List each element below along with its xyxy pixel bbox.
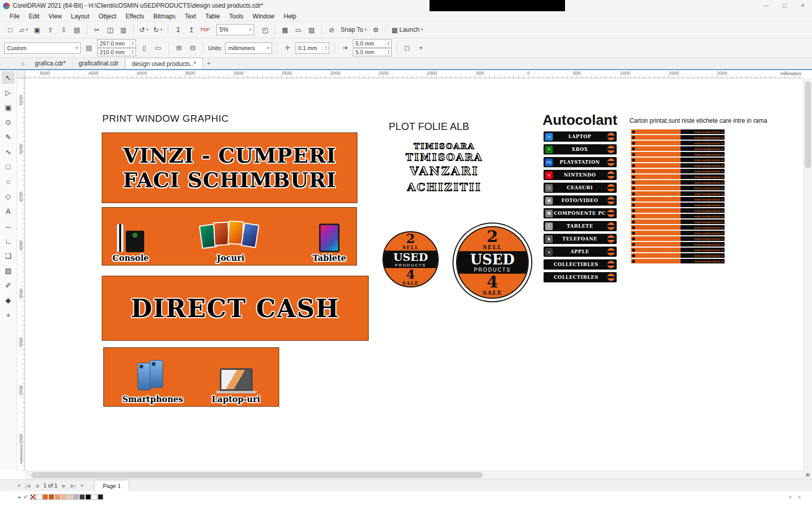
vertical-scrollbar-thumb[interactable] — [805, 81, 811, 168]
current-page-size-button[interactable]: ⊞ — [173, 42, 185, 54]
page-width-input[interactable]: 297.0 mm ▲▼ — [97, 39, 136, 48]
menu-tools[interactable]: Tools — [224, 12, 248, 21]
plot-text-group[interactable]: TIMISOARA TIMISOARA VANZARI ACHIZITII — [383, 142, 506, 193]
color-swatch[interactable] — [36, 494, 42, 500]
color-swatch[interactable] — [92, 494, 97, 500]
show-grid-button[interactable]: ▦ — [279, 24, 291, 36]
zoom-corner-icon[interactable]: ⊕ — [803, 471, 812, 479]
interactive-fill-tool[interactable]: ◆ — [2, 294, 15, 306]
rectangle-tool[interactable]: □ — [2, 160, 15, 173]
ruler-horizontal[interactable]: 5000450040003500300025002000150010005000… — [25, 70, 803, 78]
used-products-badge-large[interactable]: 2 SELL USED PRODUCTS 4 SALE — [456, 226, 529, 299]
color-swatch[interactable] — [30, 494, 36, 500]
save-button[interactable]: ▣ — [31, 24, 43, 36]
menu-file[interactable]: File — [5, 12, 24, 21]
sticker-strip[interactable]: www.usedproducts.ro — [631, 141, 725, 145]
add-page-button-secondary[interactable]: + — [80, 483, 83, 489]
sticker-strip[interactable]: www.usedproducts.ro — [631, 129, 725, 134]
snap-disable-button[interactable]: ⊘ — [325, 24, 337, 36]
duplicate-distance-y-input[interactable]: 5.0 mm ▲▼ — [353, 48, 392, 56]
page-height-input[interactable]: 210.0 mm ▲▼ — [97, 48, 136, 56]
direct-cash-banner[interactable]: DIRECT CASH — [102, 276, 369, 341]
copy-button[interactable]: ◫ — [104, 24, 117, 36]
spinner-arrows[interactable]: ▲▼ — [323, 43, 329, 53]
sticker-strip[interactable]: www.usedproducts.ro — [631, 158, 725, 162]
freehand-tool[interactable]: ✎ — [2, 130, 15, 143]
dimension-tool[interactable]: ↔ — [2, 219, 15, 232]
cut-button[interactable]: ✂ — [91, 24, 103, 36]
zoom-fit-button[interactable]: ◰ — [259, 24, 271, 36]
open-button[interactable]: ▱▾ — [17, 24, 30, 36]
sticker-strip[interactable]: www.usedproducts.ro — [631, 248, 725, 252]
document-tab-2[interactable]: graficafinal.cdr — [73, 58, 125, 69]
import-button[interactable]: ↧ — [172, 24, 184, 36]
document-tab-1[interactable]: grafica.cdr* — [29, 58, 73, 69]
menu-layout[interactable]: Layout — [66, 12, 94, 21]
landscape-orientation-button[interactable]: ▭ — [152, 42, 164, 54]
sticker-strip[interactable]: www.usedproducts.ro — [631, 231, 725, 235]
close-button[interactable]: ✕ — [794, 0, 812, 11]
color-swatch[interactable] — [98, 494, 103, 500]
category-label-laptop[interactable]: ▭LAPTOP — [544, 131, 617, 142]
ruler-vertical[interactable]: 55005000450040003500300025002000millimet… — [17, 78, 25, 471]
connector-tool[interactable]: ∟ — [2, 234, 15, 247]
menu-text[interactable]: Text — [180, 12, 200, 21]
palette-scroll-left-icon[interactable]: « — [789, 494, 792, 500]
previous-page-button[interactable]: ◀ — [35, 483, 39, 489]
transparency-tool[interactable]: ▨ — [2, 264, 15, 277]
print-button[interactable]: ▤ — [71, 24, 83, 36]
spinner-arrows[interactable]: ▲▼ — [385, 40, 391, 47]
horizontal-scrollbar[interactable] — [25, 471, 803, 479]
sticker-strip[interactable]: www.usedproducts.ro — [631, 169, 725, 173]
palette-scroll-right-icon[interactable]: » — [798, 494, 801, 500]
products-banner[interactable]: Console Jocuri Tablete — [102, 207, 357, 265]
category-label-nintendo[interactable]: NNINTENDO — [544, 170, 617, 180]
category-label-telefoane[interactable]: ▮TELEFOANE — [544, 234, 617, 244]
sync-button[interactable]: ⇩ — [58, 24, 70, 36]
ruler-origin-button[interactable] — [17, 70, 25, 78]
plot-folie-alb-heading[interactable]: PLOT FOLIE ALB — [389, 121, 469, 132]
treat-as-filled-button[interactable]: ◻ — [401, 42, 413, 54]
sticker-strip[interactable]: www.usedproducts.ro — [631, 186, 725, 190]
sticker-strip[interactable]: www.usedproducts.ro — [631, 225, 725, 230]
menu-table[interactable]: Table — [200, 12, 224, 21]
menu-view[interactable]: View — [44, 12, 66, 21]
menu-window[interactable]: Window — [248, 12, 279, 21]
category-label-tablete[interactable]: ▯TABLETE — [544, 221, 617, 231]
nudge-distance-input[interactable]: 0.1 mm ▲▼ — [296, 42, 329, 54]
undo-button[interactable]: ↺▾ — [138, 24, 150, 36]
sticker-strip[interactable]: www.usedproducts.ro — [631, 203, 725, 207]
sticker-strip[interactable]: www.usedproducts.ro — [631, 191, 725, 196]
palette-eyedropper-icon[interactable]: ✐ — [24, 494, 28, 500]
spinner-arrows[interactable]: ▲▼ — [129, 49, 136, 56]
used-products-badge-small[interactable]: 2 SELL USED PRODUCTS 4 SALE — [382, 231, 439, 287]
cloud-button[interactable]: ⇧ — [44, 24, 57, 36]
new-document-button[interactable]: □ — [4, 24, 16, 36]
color-swatch[interactable] — [55, 494, 60, 500]
add-page-button[interactable]: + — [17, 483, 20, 489]
options-button[interactable]: ⚙ — [370, 24, 382, 36]
maximize-button[interactable]: ▢ — [775, 0, 794, 11]
palette-options-arrow-icon[interactable]: ▸ — [18, 494, 21, 500]
vertical-scrollbar[interactable] — [803, 78, 812, 471]
sticker-strip[interactable]: www.usedproducts.ro — [631, 214, 725, 218]
sticker-strip[interactable]: www.usedproducts.ro — [631, 197, 725, 202]
all-pages-size-button[interactable]: ⊟ — [187, 42, 198, 54]
sticker-strip[interactable]: www.usedproducts.ro — [631, 163, 725, 168]
new-tab-button[interactable]: + — [202, 58, 215, 69]
more-tools-button[interactable]: + — [2, 308, 15, 321]
sticker-strip[interactable]: www.usedproducts.ro — [631, 152, 725, 157]
shape-tool[interactable]: ▷ — [2, 86, 15, 99]
menu-bitmaps[interactable]: Bitmaps — [149, 12, 180, 21]
export-button[interactable]: ↥ — [185, 24, 197, 36]
color-swatch[interactable] — [61, 494, 66, 500]
sticker-strip[interactable]: www.usedproducts.ro — [631, 174, 725, 179]
duplicate-distance-x-input[interactable]: 5.0 mm ▲▼ — [353, 39, 392, 48]
units-select[interactable]: millimeters ▾ — [225, 42, 272, 54]
sticker-strip[interactable]: www.usedproducts.ro — [631, 259, 725, 263]
category-label-xbox[interactable]: ✕XBOX — [544, 144, 617, 154]
redo-button[interactable]: ↻▾ — [151, 24, 164, 36]
category-label-apple[interactable]: ●APPLE — [544, 247, 617, 257]
spinner-arrows[interactable]: ▲▼ — [129, 40, 136, 47]
color-swatch[interactable] — [85, 494, 91, 500]
